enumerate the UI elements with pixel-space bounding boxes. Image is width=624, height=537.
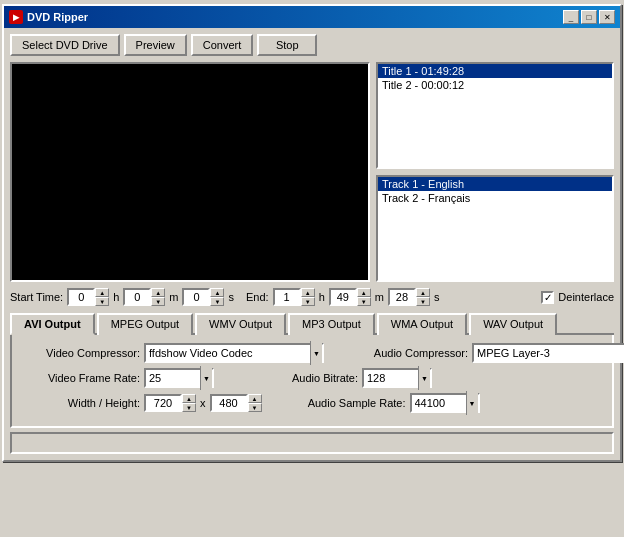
x-separator: x <box>200 397 206 409</box>
start-h-spinner[interactable]: ▲ ▼ <box>67 288 109 306</box>
timecode-row: Start Time: ▲ ▼ h ▲ ▼ m <box>10 288 439 306</box>
main-window: ▶ DVD Ripper _ □ ✕ Select DVD Drive Prev… <box>2 4 622 462</box>
end-s-spinner[interactable]: ▲ ▼ <box>388 288 430 306</box>
width-spinner[interactable]: ▲ ▼ <box>144 394 196 412</box>
start-s-up[interactable]: ▲ <box>210 288 224 297</box>
video-frame-rate-label: Video Frame Rate: <box>20 372 140 384</box>
end-h-up[interactable]: ▲ <box>301 288 315 297</box>
m-label-1: m <box>169 291 178 303</box>
framerate-row: Video Frame Rate: 25 23.976 24 29.97 30 … <box>20 368 604 388</box>
stop-button[interactable]: Stop <box>257 34 317 56</box>
h-label-1: h <box>113 291 119 303</box>
audio-sample-rate-select[interactable]: 44100 22050 11025 48000 <box>410 393 480 413</box>
size-row: Width / Height: ▲ ▼ x ▲ ▼ <box>20 393 604 413</box>
select-dvd-button[interactable]: Select DVD Drive <box>10 34 120 56</box>
m-label-2: m <box>375 291 384 303</box>
track-item-1[interactable]: Track 1 - English <box>378 177 612 191</box>
audio-compressor-label: Audio Compressor: <box>338 347 468 359</box>
width-down[interactable]: ▼ <box>182 403 196 412</box>
end-m-up[interactable]: ▲ <box>357 288 371 297</box>
tab-content: Video Compressor: ffdshow Video Codec Di… <box>10 335 614 428</box>
end-h-input[interactable] <box>273 288 301 306</box>
start-m-input[interactable] <box>123 288 151 306</box>
tab-mpeg[interactable]: MPEG Output <box>97 313 193 335</box>
track-item-2[interactable]: Track 2 - Français <box>378 191 612 205</box>
video-frame-rate-select[interactable]: 25 23.976 24 29.97 30 <box>144 368 214 388</box>
tracks-list[interactable]: Track 1 - English Track 2 - Français <box>376 175 614 282</box>
tab-avi[interactable]: AVI Output <box>10 313 95 335</box>
app-icon: ▶ <box>9 10 23 24</box>
s-label-2: s <box>434 291 440 303</box>
end-h-down[interactable]: ▼ <box>301 297 315 306</box>
window-title: DVD Ripper <box>27 11 88 23</box>
audio-compressor-select[interactable]: MPEG Layer-3 PCM AC3 AAC <box>472 343 624 363</box>
height-spinner[interactable]: ▲ ▼ <box>210 394 262 412</box>
width-height-label: Width / Height: <box>20 397 140 409</box>
start-s-input[interactable] <box>182 288 210 306</box>
h-label-2: h <box>319 291 325 303</box>
end-s-input[interactable] <box>388 288 416 306</box>
tab-wav[interactable]: WAV Output <box>469 313 557 335</box>
start-m-down[interactable]: ▼ <box>151 297 165 306</box>
start-s-spinner[interactable]: ▲ ▼ <box>182 288 224 306</box>
deinterlace-section: ✓ Deinterlace <box>541 291 614 304</box>
start-m-up[interactable]: ▲ <box>151 288 165 297</box>
video-frame-rate-wrapper: 25 23.976 24 29.97 30 <box>144 368 214 388</box>
end-s-up[interactable]: ▲ <box>416 288 430 297</box>
compressor-row: Video Compressor: ffdshow Video Codec Di… <box>20 343 604 363</box>
height-down[interactable]: ▼ <box>248 403 262 412</box>
tab-mp3[interactable]: MP3 Output <box>288 313 375 335</box>
end-time-label: End: <box>246 291 269 303</box>
start-time-label: Start Time: <box>10 291 63 303</box>
title-bar-buttons: _ □ ✕ <box>563 10 615 24</box>
status-bar <box>10 432 614 454</box>
tabs-row: AVI Output MPEG Output WMV Output MP3 Ou… <box>10 311 614 335</box>
main-row: Title 1 - 01:49:28 Title 2 - 00:00:12 Tr… <box>10 62 614 282</box>
title-item-2[interactable]: Title 2 - 00:00:12 <box>378 78 612 92</box>
s-label-1: s <box>228 291 234 303</box>
audio-bitrate-select[interactable]: 128 64 96 192 256 320 <box>362 368 432 388</box>
width-input[interactable] <box>144 394 182 412</box>
height-input[interactable] <box>210 394 248 412</box>
title-bar: ▶ DVD Ripper _ □ ✕ <box>4 6 620 28</box>
start-h-down[interactable]: ▼ <box>95 297 109 306</box>
titles-list[interactable]: Title 1 - 01:49:28 Title 2 - 00:00:12 <box>376 62 614 169</box>
audio-sample-rate-wrapper: 44100 22050 11025 48000 <box>410 393 480 413</box>
end-m-spinner[interactable]: ▲ ▼ <box>329 288 371 306</box>
end-m-input[interactable] <box>329 288 357 306</box>
end-s-down[interactable]: ▼ <box>416 297 430 306</box>
content-area: Select DVD Drive Preview Convert Stop Ti… <box>4 28 620 460</box>
height-up[interactable]: ▲ <box>248 394 262 403</box>
preview-button[interactable]: Preview <box>124 34 187 56</box>
audio-sample-rate-label: Audio Sample Rate: <box>276 397 406 409</box>
start-s-down[interactable]: ▼ <box>210 297 224 306</box>
end-m-down[interactable]: ▼ <box>357 297 371 306</box>
start-h-up[interactable]: ▲ <box>95 288 109 297</box>
video-compressor-wrapper: ffdshow Video Codec DivX Xvid H.264 <box>144 343 324 363</box>
end-h-spinner[interactable]: ▲ ▼ <box>273 288 315 306</box>
audio-bitrate-label: Audio Bitrate: <box>228 372 358 384</box>
video-preview <box>10 62 370 282</box>
width-up[interactable]: ▲ <box>182 394 196 403</box>
deinterlace-label: Deinterlace <box>558 291 614 303</box>
close-button[interactable]: ✕ <box>599 10 615 24</box>
audio-compressor-wrapper: MPEG Layer-3 PCM AC3 AAC <box>472 343 624 363</box>
tab-wmv[interactable]: WMV Output <box>195 313 286 335</box>
video-compressor-label: Video Compressor: <box>20 347 140 359</box>
convert-button[interactable]: Convert <box>191 34 254 56</box>
title-item-1[interactable]: Title 1 - 01:49:28 <box>378 64 612 78</box>
audio-bitrate-wrapper: 128 64 96 192 256 320 <box>362 368 432 388</box>
tab-wma[interactable]: WMA Output <box>377 313 467 335</box>
video-compressor-select[interactable]: ffdshow Video Codec DivX Xvid H.264 <box>144 343 324 363</box>
maximize-button[interactable]: □ <box>581 10 597 24</box>
right-panels: Title 1 - 01:49:28 Title 2 - 00:00:12 Tr… <box>376 62 614 282</box>
deinterlace-checkbox[interactable]: ✓ <box>541 291 554 304</box>
start-m-spinner[interactable]: ▲ ▼ <box>123 288 165 306</box>
start-h-input[interactable] <box>67 288 95 306</box>
minimize-button[interactable]: _ <box>563 10 579 24</box>
toolbar: Select DVD Drive Preview Convert Stop <box>10 34 614 56</box>
